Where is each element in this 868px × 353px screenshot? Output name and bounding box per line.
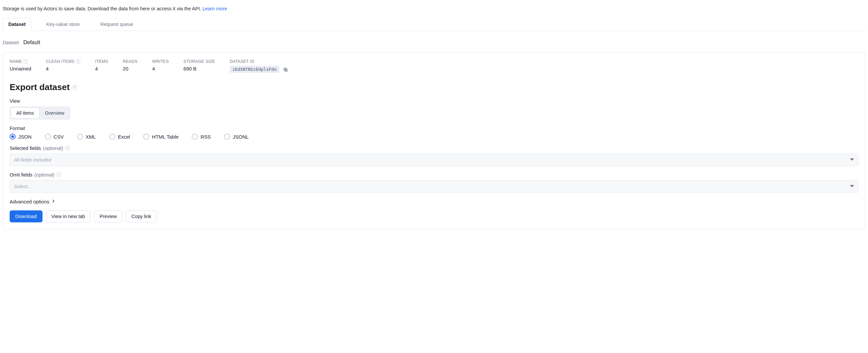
radio-icon (10, 134, 16, 140)
selected-fields-input[interactable]: All fields included (10, 153, 858, 166)
stat-dataset-id: DATASET ID zbdXNTNSzEHplsFdo (229, 59, 288, 73)
radio-icon (109, 134, 115, 140)
format-jsonl-label: JSONL (232, 134, 249, 140)
radio-icon (77, 134, 83, 140)
copy-link-button[interactable]: Copy link (126, 210, 157, 223)
tab-request-queue[interactable]: Request queue (95, 18, 138, 31)
tab-dataset[interactable]: Dataset (3, 18, 31, 31)
stat-storage-val: 690 B (183, 66, 215, 71)
stat-name-val: Unnamed (10, 66, 31, 71)
storage-intro: Storage is used by Actors to save data. … (3, 3, 865, 18)
dataset-label: Dataset: (3, 40, 20, 45)
export-actions: Download View in new tab Preview Copy li… (10, 210, 858, 223)
stat-writes: WRITES 4 (152, 59, 169, 73)
dataset-name: Default (23, 39, 40, 45)
preview-button[interactable]: Preview (94, 210, 123, 223)
stat-writes-head: WRITES (152, 59, 169, 64)
caret-down-icon (850, 157, 854, 163)
radio-icon (45, 134, 51, 140)
selected-fields-placeholder: All fields included (14, 157, 51, 163)
help-icon[interactable]: ? (65, 146, 70, 151)
stat-dsid-head: DATASET ID (229, 59, 254, 64)
copy-icon[interactable] (283, 67, 288, 72)
format-json[interactable]: JSON (10, 134, 32, 140)
export-dataset-title: Export dataset ? (10, 82, 858, 92)
selected-fields-optional: (optional) (43, 146, 63, 151)
stat-reads-head: READS (123, 59, 137, 64)
stat-storage-head: STORAGE SIZE (183, 59, 215, 64)
stat-items-val: 4 (95, 66, 108, 71)
chevron-right-icon (51, 199, 56, 204)
view-field: View All items Overview (10, 98, 858, 120)
format-csv-label: CSV (54, 134, 64, 140)
storage-tabs: Dataset Key-value store Request queue (3, 18, 865, 31)
caret-down-icon (850, 184, 854, 189)
advanced-options-label: Advanced options (10, 199, 49, 204)
omit-fields-optional: (optional) (35, 172, 55, 177)
format-radios: JSON CSV XML Excel HTML Table RSS (10, 134, 858, 140)
view-label: View (10, 98, 858, 104)
format-jsonl[interactable]: JSONL (224, 134, 249, 140)
format-field: Format JSON CSV XML Excel HTML Table (10, 126, 858, 140)
intro-text: Storage is used by Actors to save data. … (3, 6, 203, 11)
learn-more-link[interactable]: Learn more (203, 6, 227, 11)
dataset-id-chip: zbdXNTNSzEHplsFdo (229, 66, 279, 73)
format-xml[interactable]: XML (77, 134, 96, 140)
format-xml-label: XML (86, 134, 96, 140)
view-in-new-tab-button[interactable]: View in new tab (46, 210, 91, 223)
omit-fields-label: Omit fields (10, 172, 33, 177)
stat-clean-items: CLEAN ITEMS ? 4 (46, 59, 81, 73)
stat-name: NAME ? Unnamed (10, 59, 31, 73)
stat-storage-size: STORAGE SIZE 690 B (183, 59, 215, 73)
tab-key-value-store[interactable]: Key-value store (40, 18, 85, 31)
dataset-card: NAME ? Unnamed CLEAN ITEMS ? 4 ITEMS 4 R… (3, 52, 865, 229)
selected-fields-label: Selected fields (10, 146, 41, 151)
selected-fields-block: Selected fields (optional) ? All fields … (10, 146, 858, 166)
format-label: Format (10, 126, 858, 131)
omit-fields-block: Omit fields (optional) ? Select... (10, 172, 858, 193)
format-html-label: HTML Table (152, 134, 179, 140)
radio-icon (224, 134, 230, 140)
radio-icon (143, 134, 149, 140)
dataset-stats: NAME ? Unnamed CLEAN ITEMS ? 4 ITEMS 4 R… (10, 59, 858, 73)
format-rss[interactable]: RSS (192, 134, 211, 140)
export-title-text: Export dataset (10, 82, 70, 92)
format-json-label: JSON (18, 134, 32, 140)
help-icon[interactable]: ? (23, 59, 28, 64)
view-overview[interactable]: Overview (39, 107, 69, 119)
help-icon[interactable]: ? (72, 85, 77, 90)
omit-fields-placeholder: Select... (14, 184, 31, 189)
omit-fields-input[interactable]: Select... (10, 180, 858, 193)
download-button[interactable]: Download (10, 210, 42, 223)
stat-items: ITEMS 4 (95, 59, 108, 73)
format-html-table[interactable]: HTML Table (143, 134, 179, 140)
stat-clean-val: 4 (46, 66, 81, 71)
format-rss-label: RSS (200, 134, 211, 140)
help-icon[interactable]: ? (76, 59, 81, 64)
stat-reads: READS 20 (123, 59, 137, 73)
advanced-options-toggle[interactable]: Advanced options (10, 199, 858, 204)
radio-icon (192, 134, 198, 140)
stat-writes-val: 4 (152, 66, 169, 71)
stat-clean-head: CLEAN ITEMS (46, 59, 74, 64)
view-all-items[interactable]: All items (11, 107, 39, 119)
stat-items-head: ITEMS (95, 59, 108, 64)
format-excel-label: Excel (118, 134, 130, 140)
format-csv[interactable]: CSV (45, 134, 64, 140)
format-excel[interactable]: Excel (109, 134, 130, 140)
view-segmented: All items Overview (10, 106, 70, 120)
stat-reads-val: 20 (123, 66, 137, 71)
stat-name-head: NAME (10, 59, 22, 64)
help-icon[interactable]: ? (57, 173, 61, 177)
